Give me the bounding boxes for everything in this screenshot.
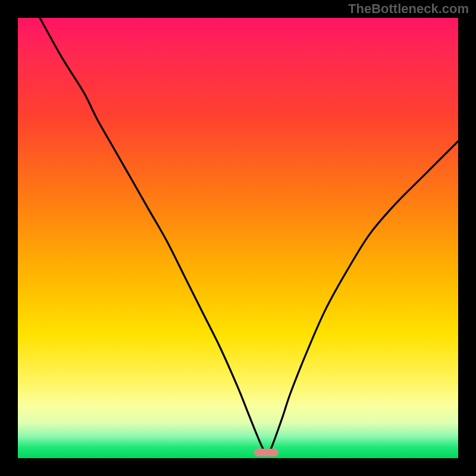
plot-area <box>18 18 458 458</box>
curve-svg <box>18 18 458 458</box>
watermark-text: TheBottleneck.com <box>348 1 469 17</box>
optimal-marker <box>254 449 278 456</box>
bottleneck-curve <box>40 18 458 453</box>
chart-frame: TheBottleneck.com <box>0 0 476 476</box>
